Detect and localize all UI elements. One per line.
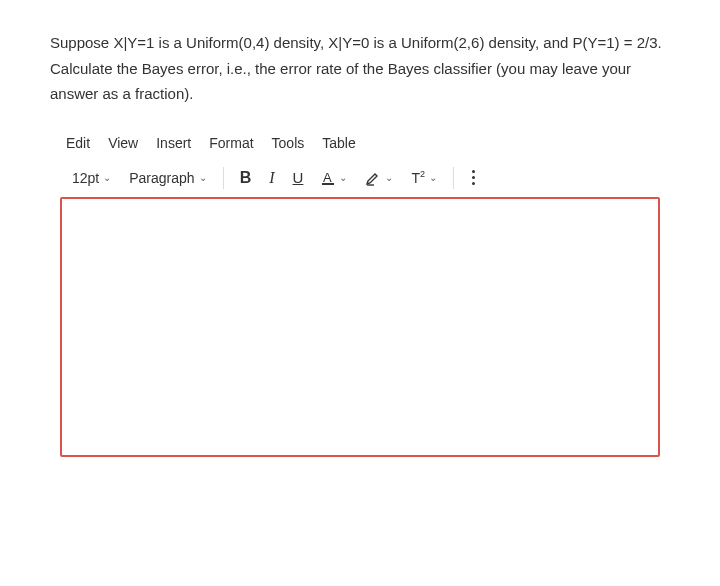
menu-edit[interactable]: Edit xyxy=(66,135,90,151)
rich-text-editor: Edit View Insert Format Tools Table 12pt… xyxy=(50,135,670,457)
paragraph-dropdown[interactable]: Paragraph ⌄ xyxy=(123,166,212,190)
fontsize-label: 12pt xyxy=(72,170,99,186)
textcolor-dropdown[interactable]: A ⌄ xyxy=(315,166,353,190)
svg-text:A: A xyxy=(323,170,332,185)
menu-tools[interactable]: Tools xyxy=(272,135,305,151)
highlight-dropdown[interactable]: ⌄ xyxy=(359,166,399,190)
menu-table[interactable]: Table xyxy=(322,135,355,151)
menu-format[interactable]: Format xyxy=(209,135,253,151)
italic-button[interactable]: I xyxy=(263,165,280,191)
chevron-down-icon: ⌄ xyxy=(429,172,437,183)
answer-input[interactable] xyxy=(60,197,660,457)
superscript-dropdown[interactable]: T2 ⌄ xyxy=(405,165,443,190)
svg-rect-1 xyxy=(322,183,334,185)
highlighter-icon xyxy=(365,170,381,186)
more-options-button[interactable] xyxy=(464,166,483,189)
bold-button[interactable]: B xyxy=(234,165,258,191)
chevron-down-icon: ⌄ xyxy=(339,172,347,183)
superscript-label: T2 xyxy=(411,169,425,186)
toolbar-divider xyxy=(453,167,454,189)
menu-view[interactable]: View xyxy=(108,135,138,151)
toolbar-divider xyxy=(223,167,224,189)
editor-menubar: Edit View Insert Format Tools Table xyxy=(60,135,660,151)
editor-toolbar: 12pt ⌄ Paragraph ⌄ B I U A ⌄ ⌄ T2 ⌄ xyxy=(60,165,660,191)
paragraph-label: Paragraph xyxy=(129,170,194,186)
menu-insert[interactable]: Insert xyxy=(156,135,191,151)
underline-button[interactable]: U xyxy=(287,165,310,190)
question-text: Suppose X|Y=1 is a Uniform(0,4) density,… xyxy=(50,30,670,107)
chevron-down-icon: ⌄ xyxy=(385,172,393,183)
textcolor-icon: A xyxy=(321,170,335,186)
chevron-down-icon: ⌄ xyxy=(199,172,207,183)
chevron-down-icon: ⌄ xyxy=(103,172,111,183)
fontsize-dropdown[interactable]: 12pt ⌄ xyxy=(66,166,117,190)
